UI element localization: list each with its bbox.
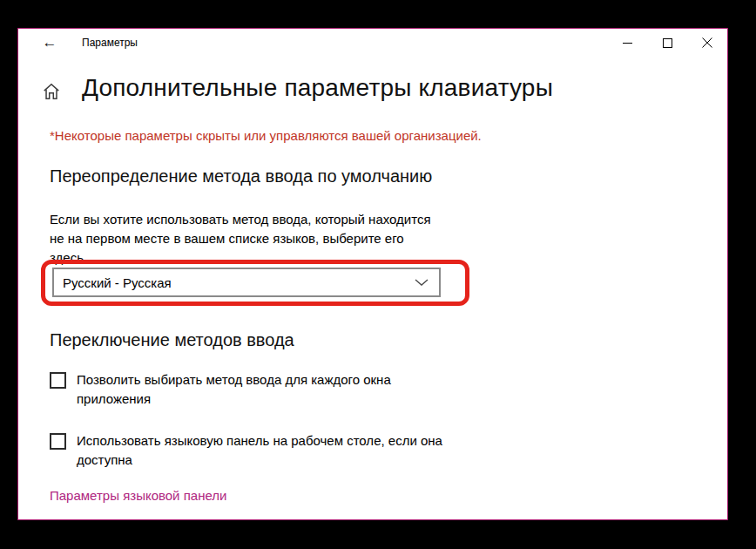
managed-by-org-warning: *Некоторые параметры скрыты или управляю… [50,128,482,143]
page-title: Дополнительные параметры клавиатуры [82,74,553,102]
minimize-button[interactable] [607,29,647,57]
close-icon [702,37,712,48]
language-bar-options-link[interactable]: Параметры языковой панели [50,488,226,503]
back-button[interactable]: ← [34,29,65,57]
checkbox-label-line: приложения [77,390,391,409]
section-heading-input-override: Переопределение метода ввода по умолчани… [50,166,432,186]
caption-buttons [607,29,727,57]
window-title: Параметры [82,29,138,57]
minimize-icon [623,38,632,48]
home-icon [42,82,61,101]
titlebar: ← Параметры [18,29,727,57]
per-window-checkbox[interactable] [50,372,66,389]
language-bar-checkbox-label[interactable]: Использовать языковую панель на рабочем … [77,431,442,470]
maximize-button[interactable] [647,29,687,57]
chevron-down-icon [404,278,439,287]
description-line: не на первом месте в вашем списке языков… [50,229,431,248]
override-description: Если вы хотите использовать метод ввода,… [50,210,431,268]
checkbox-label-line: Позволить выбирать метод ввода для каждо… [77,370,391,390]
close-button[interactable] [687,29,727,57]
per-window-checkbox-label[interactable]: Позволить выбирать метод ввода для каждо… [77,370,391,409]
description-line: Если вы хотите использовать метод ввода,… [50,210,431,229]
maximize-icon [663,38,672,48]
checkbox-label-line: Использовать языковую панель на рабочем … [77,431,442,451]
back-arrow-icon: ← [43,34,57,51]
dropdown-selected-value: Русский - Русская [54,275,404,290]
checkbox-label-line: доступна [77,451,442,470]
language-bar-checkbox[interactable] [50,433,66,450]
settings-window: ← Параметры Дополнительные параметры кла… [17,28,728,520]
description-line: здесь. [50,248,431,268]
input-method-dropdown[interactable]: Русский - Русская [52,268,441,297]
section-heading-input-switching: Переключение методов ввода [50,330,294,350]
desktop-background: { "titlebar": { "title": "Параметры" }, … [0,0,756,549]
